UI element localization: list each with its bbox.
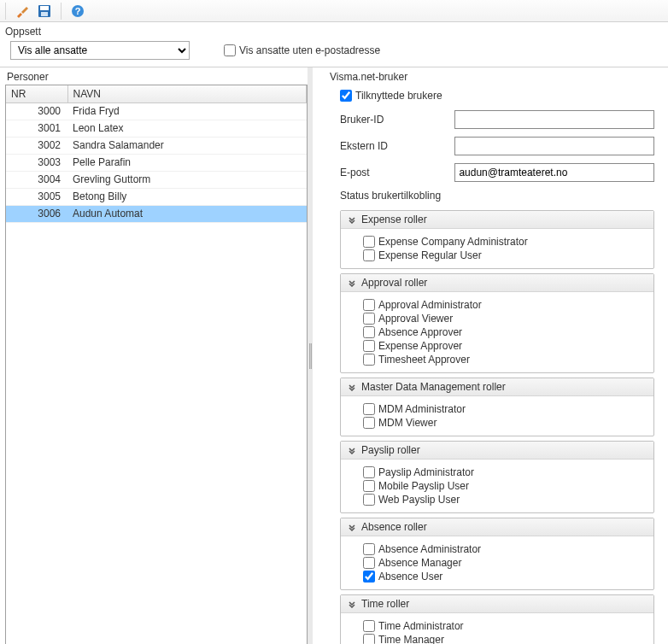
cell-name: Pelle Parafin [67,154,307,171]
role-label: Approval Administrator [378,299,482,311]
role-label: Absence User [378,571,442,583]
table-row[interactable]: 3000Frida Fryd [6,102,307,120]
show-without-email-label: Vis ansatte uten e-postadresse [239,44,380,56]
role-checkbox[interactable] [363,417,375,429]
role-checkbox[interactable] [363,236,375,248]
role-label: MDM Administrator [378,403,466,415]
role-item[interactable]: Timesheet Approver [363,354,645,366]
cell-name: Betong Billy [67,188,307,205]
table-row[interactable]: 3002Sandra Salamander [6,137,307,154]
svg-text:?: ? [75,6,81,16]
role-item[interactable]: MDM Administrator [363,403,645,415]
role-group-title: Time roller [361,598,409,610]
vismanet-title: Visma.net-bruker [328,71,654,83]
role-checkbox[interactable] [363,571,375,583]
table-row[interactable]: 3003Pelle Parafin [6,154,307,171]
role-label: MDM Viewer [378,417,437,429]
role-checkbox[interactable] [363,494,375,506]
role-checkbox[interactable] [363,620,375,632]
chevron-down-icon [348,215,356,224]
epost-input[interactable] [454,163,654,182]
role-group-body: Payslip AdministratorMobile Payslip User… [341,460,653,512]
role-checkbox[interactable] [363,354,375,366]
role-group-header[interactable]: Absence roller [341,518,653,536]
role-group: Master Data Management rollerMDM Adminis… [340,378,654,436]
linked-users-checkbox[interactable]: Tilknyttede brukere [340,90,654,102]
chevron-down-icon [348,446,356,454]
table-row[interactable]: 3006Audun Automat [6,205,307,222]
table-row[interactable]: 3004Grevling Guttorm [6,171,307,188]
toolbar-separator [61,3,62,20]
role-group: Payslip rollerPayslip AdministratorMobil… [340,441,654,513]
role-checkbox[interactable] [363,466,375,478]
role-checkbox[interactable] [363,249,375,261]
role-label: Web Payslip User [378,494,460,506]
brush-icon[interactable] [15,3,30,19]
cell-nr: 3002 [6,137,67,154]
role-checkbox[interactable] [363,634,375,644]
cell-name: Audun Automat [67,205,307,222]
role-item[interactable]: Time Administrator [363,620,645,632]
role-checkbox[interactable] [363,299,375,311]
chevron-down-icon [348,523,356,531]
role-item[interactable]: Approval Administrator [363,299,645,311]
show-without-email-checkbox[interactable]: Vis ansatte uten e-postadresse [224,44,380,56]
role-group-header[interactable]: Payslip roller [341,442,653,460]
role-item[interactable]: Payslip Administrator [363,466,645,478]
oppsett-title: Oppsett [5,26,663,38]
persons-panel: Personer NR NAVN 3000Frida Fryd3001Leon … [0,67,308,644]
role-item[interactable]: Expense Approver [363,340,645,352]
cell-name: Frida Fryd [67,102,307,120]
role-checkbox[interactable] [363,557,375,569]
role-group-header[interactable]: Master Data Management roller [341,378,653,396]
vismanet-panel: Visma.net-bruker Tilknyttede brukere Bru… [313,67,668,644]
role-checkbox[interactable] [363,543,375,555]
role-item[interactable]: Expense Company Administrator [363,236,645,248]
role-item[interactable]: MDM Viewer [363,417,645,429]
cell-name: Grevling Guttorm [67,171,307,188]
role-item[interactable]: Mobile Payslip User [363,480,645,492]
role-group: Time rollerTime AdministratorTime Manage… [340,594,654,644]
role-item[interactable]: Absence Manager [363,557,645,569]
oppsett-panel: Oppsett Vis alle ansatte Vis ansatte ute… [0,22,668,67]
help-icon[interactable]: ? [70,3,85,19]
role-label: Mobile Payslip User [378,480,469,492]
role-checkbox[interactable] [363,340,375,352]
table-row[interactable]: 3005Betong Billy [6,188,307,205]
role-group-title: Absence roller [361,521,427,533]
role-label: Expense Regular User [378,249,482,261]
role-checkbox[interactable] [363,480,375,492]
status-label: Status brukertilkobling [340,190,654,202]
role-item[interactable]: Absence Approver [363,326,645,338]
role-item[interactable]: Expense Regular User [363,249,645,261]
role-checkbox[interactable] [363,326,375,338]
cell-name: Leon Latex [67,120,307,137]
view-filter-select[interactable]: Vis alle ansatte [10,41,190,60]
role-label: Expense Company Administrator [378,236,528,248]
save-icon[interactable] [37,3,52,19]
role-group: Approval rollerApproval AdministratorApp… [340,273,654,373]
eksternid-input[interactable] [454,137,654,155]
role-group-header[interactable]: Approval roller [341,274,653,292]
svg-rect-1 [40,6,49,10]
role-group-header[interactable]: Time roller [341,595,653,613]
col-nr[interactable]: NR [6,85,67,102]
epost-label: E-post [340,167,448,179]
table-row[interactable]: 3001Leon Latex [6,120,307,137]
role-checkbox[interactable] [363,313,375,325]
brukerid-input[interactable] [454,110,654,129]
role-item[interactable]: Web Payslip User [363,494,645,506]
role-group-header[interactable]: Expense roller [341,211,653,229]
role-label: Absence Manager [378,557,461,569]
chevron-down-icon [348,383,356,391]
role-item[interactable]: Absence User [363,571,645,583]
svg-rect-2 [41,12,48,16]
role-item[interactable]: Approval Viewer [363,313,645,325]
role-label: Expense Approver [378,340,462,352]
role-checkbox[interactable] [363,403,375,415]
role-item[interactable]: Time Manager [363,634,645,644]
role-item[interactable]: Absence Administrator [363,543,645,555]
persons-table: NR NAVN 3000Frida Fryd3001Leon Latex3002… [6,85,307,223]
toolbar-separator [5,3,6,20]
col-name[interactable]: NAVN [67,85,307,102]
